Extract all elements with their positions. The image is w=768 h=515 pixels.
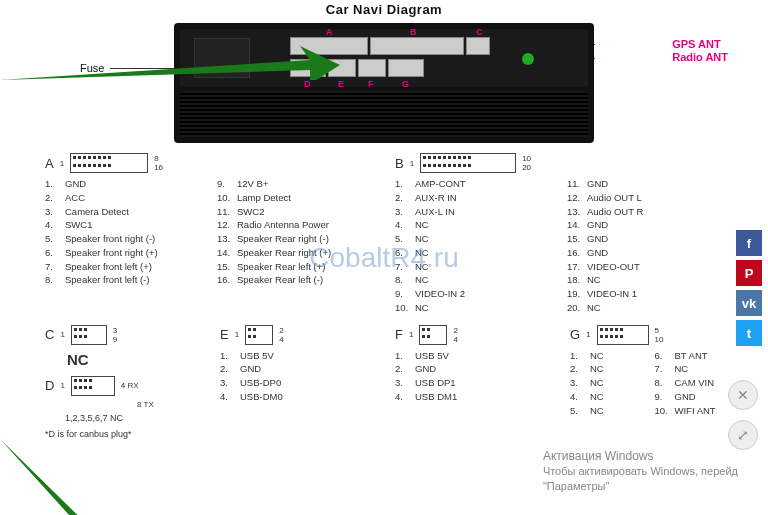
conn-f-pins: 1.USB 5V2.GND3.USB DP14.USB DM1 [395,349,548,404]
pin-item: 5.NC [570,404,639,418]
pin-item: 12.Audio OUT L [567,191,723,205]
activation-line2: "Параметры" [543,479,738,493]
pin-item: 6.NC [395,246,551,260]
conn-letter-e-bot: E [338,79,344,89]
conn-d-letter: D [45,378,54,393]
connector-g-block: G 1 510 1.NC2.NC3.NC4.NC5.NC 6.BT ANT7.N… [570,325,723,439]
share-sidebar: f P vk t [736,230,762,346]
pin-item: 3.NC [570,376,639,390]
conn-a-letter: A [45,156,54,171]
pin-item: 2.GND [395,362,548,376]
pin-item: 1.USB 5V [220,349,373,363]
conn-g-sketch [597,325,649,345]
connector-a-block: A 1 816 1.GND2.ACC3.Camera Detect4.SWC15… [45,153,373,315]
conn-letter-f-bot: F [368,79,374,89]
conn-c-sketch [71,325,107,345]
conn-g-pins-right: 6.BT ANT7.NC8.CAM VIN9.GND10.WIFI ANT [655,349,724,418]
pin-item: 10.WIFI ANT [655,404,724,418]
conn-a-sketch [70,153,148,173]
conn-d-note: 1,2,3,5,6,7 NC [65,413,198,423]
pin-item: 7.NC [655,362,724,376]
connector-d [290,59,326,77]
share-pinterest-button[interactable]: P [736,260,762,286]
pin-item: 17.VIDEO-OUT [567,260,723,274]
activation-line1: Чтобы активировать Windows, перейд [543,464,738,478]
pin-item: 16.GND [567,246,723,260]
pin-item: 5.NC [395,232,551,246]
pin-item: 1.GND [45,177,201,191]
conn-d-footnote: *D is for canbus plug* [45,429,198,439]
connector-f-block: F 1 24 1.USB 5V2.GND3.USB DP14.USB DM1 [395,325,548,439]
pin-item: 4.NC [570,390,639,404]
pin-item: 4.USB-DM0 [220,390,373,404]
pin-item: 6.Speaker front right (+) [45,246,201,260]
conn-e-pins: 1.USB 5V2.GND3.USB-DP04.USB-DM0 [220,349,373,404]
pin-item: 7.Speaker front left (+) [45,260,201,274]
pin-item: 1.USB 5V [395,349,548,363]
conn-letter-a-top: A [326,27,333,37]
pin-item: 5.Speaker front right (-) [45,232,201,246]
connector-c-block: C 1 39 NC D 1 4 RX 8 TX 1,2,3,5,6,7 NC *… [45,325,198,439]
windows-activation-overlay: Активация Windows Чтобы активировать Win… [543,449,738,493]
pin-range-a-top: 1 [60,159,64,168]
pin-item: 2.ACC [45,191,201,205]
pin-item: 3.USB-DP0 [220,376,373,390]
pin-item: 4.NC [395,218,551,232]
connector-b-block: B 1 1020 1.AMP-CONT2.AUX-R IN3.AUX-L IN4… [395,153,723,315]
pin-item: 4.USB DM1 [395,390,548,404]
close-button[interactable]: ✕ [728,380,758,410]
pin-item: 13.Audio OUT R [567,205,723,219]
pin-item: 4.SWC1 [45,218,201,232]
conn-letter-g-bot: G [402,79,409,89]
conn-letter-d-bot: D [304,79,311,89]
antenna-port [522,53,534,65]
pin-item: 6.BT ANT [655,349,724,363]
conn-e-letter: E [220,327,229,342]
zoom-button[interactable]: ⤢ [728,420,758,450]
pin-range-b-top: 1 [410,159,414,168]
share-vk-button[interactable]: vk [736,290,762,316]
pin-item: 13.Speaker Rear right (-) [217,232,373,246]
conn-g-letter: G [570,327,580,342]
pin-item: 3.USB DP1 [395,376,548,390]
conn-b-pins-right: 11.GND12.Audio OUT L13.Audio OUT R14.GND… [567,177,723,315]
pin-item: 19.VIDEO-IN 1 [567,287,723,301]
conn-c-letter: C [45,327,54,342]
device-rear-panel: A B C D E F G [174,23,594,143]
pin-item: 2.NC [570,362,639,376]
arrow-bottom-icon [0,439,140,515]
conn-d-tx: 8 TX [137,400,198,409]
pin-item: 7.NC [395,260,551,274]
pin-item: 11.GND [567,177,723,191]
pin-item: 14.GND [567,218,723,232]
pin-item: 1.NC [570,349,639,363]
pin-item: 20.NC [567,301,723,315]
pin-item: 8.CAM VIN [655,376,724,390]
page-title: Car Navi Diagram [45,0,723,17]
share-twitter-button[interactable]: t [736,320,762,346]
connector-b [370,37,464,55]
pin-item: 2.AUX-R IN [395,191,551,205]
heatsink-fins [180,91,588,137]
pin-range-a-end: 816 [154,154,163,172]
share-facebook-button[interactable]: f [736,230,762,256]
pin-item: 9.VIDEO-IN 2 [395,287,551,301]
pin-item: 3.Camera Detect [45,205,201,219]
pin-range-b-end: 1020 [522,154,531,172]
conn-f-letter: F [395,327,403,342]
pin-item: 10.NC [395,301,551,315]
conn-b-letter: B [395,156,404,171]
connector-g [388,59,424,77]
conn-g-pins-left: 1.NC2.NC3.NC4.NC5.NC [570,349,639,418]
gps-ant-label: GPS ANT [672,38,728,51]
conn-a-pins-left: 1.GND2.ACC3.Camera Detect4.SWC15.Speaker… [45,177,201,287]
conn-b-sketch [420,153,516,173]
conn-letter-b-top: B [410,27,417,37]
connector-e [328,59,356,77]
conn-a-pins-right: 9.12V B+10.Lamp Detect11.SWC212.Radio An… [217,177,373,287]
antenna-labels: GPS ANT Radio ANT [672,38,728,64]
pin-item: 18.NC [567,273,723,287]
pin-item: 16.Speaker Rear left (-) [217,273,373,287]
pin-item: 12.Radio Antenna Power [217,218,373,232]
pin-item: 15.GND [567,232,723,246]
